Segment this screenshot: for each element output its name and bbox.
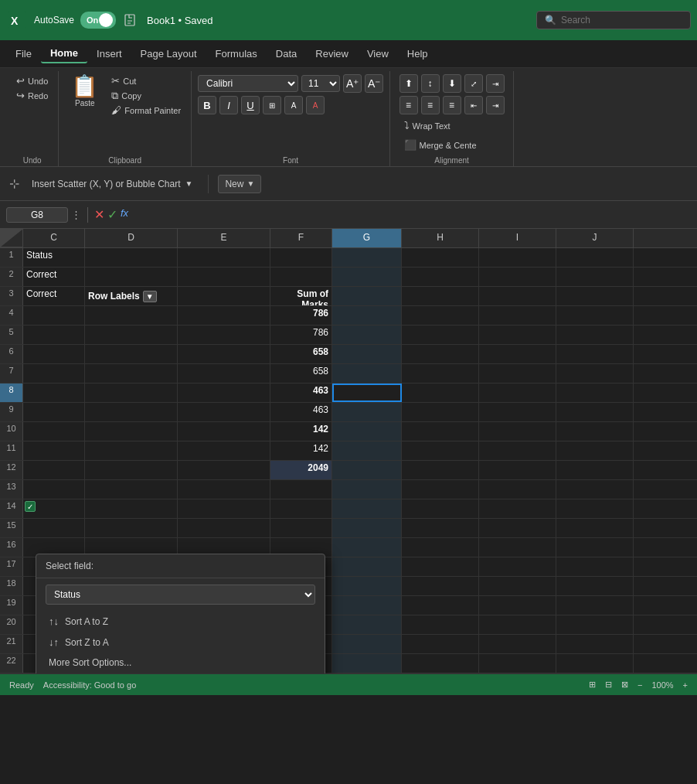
font-name-selector[interactable]: Calibri — [198, 75, 298, 92]
cell-G1[interactable] — [332, 248, 402, 267]
cell-I15[interactable] — [479, 519, 556, 537]
cell-H11[interactable] — [402, 441, 479, 460]
cell-E2[interactable] — [178, 268, 270, 286]
cell-I8[interactable] — [479, 383, 556, 402]
cell-J6[interactable] — [556, 345, 634, 363]
cell-D12[interactable] — [85, 461, 178, 479]
more-sort-options-item[interactable]: More Sort Options... — [36, 653, 325, 673]
wrap-text-button[interactable]: ⤵ Wrap Text — [400, 118, 455, 134]
cell-H4[interactable] — [402, 306, 479, 325]
row-number-6[interactable]: 6 — [0, 345, 23, 363]
cell-G12[interactable] — [332, 461, 402, 479]
sort-z-to-a-item[interactable]: ↓↑ Sort Z to A — [36, 632, 325, 653]
cell-J12[interactable] — [556, 461, 634, 479]
italic-button[interactable]: I — [219, 96, 238, 114]
row-number-18[interactable]: 18 — [0, 577, 23, 595]
cell-I5[interactable] — [479, 326, 556, 344]
cell-G11[interactable] — [332, 441, 402, 460]
cell-F14[interactable] — [270, 499, 332, 518]
align-bottom-button[interactable]: ⬇ — [443, 74, 461, 93]
cell-D13[interactable] — [85, 480, 178, 499]
cell-G4[interactable] — [332, 306, 402, 325]
cell-J1[interactable] — [556, 248, 634, 267]
cell-G7[interactable] — [332, 364, 402, 383]
col-header-H[interactable]: H — [402, 229, 479, 247]
filter-dropdown-icon[interactable]: ▼ — [143, 291, 157, 302]
col-header-F[interactable]: F — [270, 229, 332, 247]
cell-J11[interactable] — [556, 441, 634, 460]
cell-E4[interactable] — [178, 306, 270, 325]
row-number-1[interactable]: 1 — [0, 248, 23, 267]
underline-button[interactable]: U — [241, 96, 260, 114]
cell-F6[interactable]: 658 — [270, 345, 332, 363]
cell-D4[interactable] — [85, 306, 178, 325]
row-number-7[interactable]: 7 — [0, 364, 23, 383]
cell-D5[interactable] — [85, 326, 178, 344]
cell-D6[interactable] — [85, 345, 178, 363]
search-input[interactable] — [561, 15, 669, 26]
sort-a-to-z-item[interactable]: ↑↓ Sort A to Z — [36, 611, 325, 632]
cell-I19[interactable] — [479, 596, 556, 615]
cell-I10[interactable] — [479, 422, 556, 441]
cell-H13[interactable] — [402, 480, 479, 499]
increase-font-button[interactable]: A⁺ — [343, 74, 362, 93]
text-angle-button[interactable]: ⤢ — [464, 74, 483, 93]
cell-C8[interactable] — [23, 383, 85, 402]
cell-D10[interactable] — [85, 422, 178, 441]
cell-E12[interactable] — [178, 461, 270, 479]
cell-G16[interactable] — [332, 538, 402, 557]
cell-I13[interactable] — [479, 480, 556, 499]
cell-G22[interactable] — [332, 654, 402, 673]
cell-I16[interactable] — [479, 538, 556, 557]
cell-G14[interactable] — [332, 499, 402, 518]
col-header-G[interactable]: G — [332, 229, 402, 247]
cell-reference[interactable]: G8 — [6, 207, 68, 223]
row-number-11[interactable]: 11 — [0, 441, 23, 460]
formula-input[interactable] — [131, 207, 691, 222]
menu-item-home[interactable]: Home — [41, 44, 87, 63]
cell-G21[interactable] — [332, 635, 402, 653]
align-right-button[interactable]: ≡ — [443, 96, 461, 114]
cell-H9[interactable] — [402, 403, 479, 421]
cell-C15[interactable] — [23, 519, 85, 537]
cell-C10[interactable] — [23, 422, 85, 441]
row-number-22[interactable]: 22 — [0, 654, 23, 673]
cell-J3[interactable] — [556, 287, 634, 305]
formula-context-menu-icon[interactable]: ⋮ — [71, 209, 81, 220]
cell-I18[interactable] — [479, 577, 556, 595]
cell-I11[interactable] — [479, 441, 556, 460]
copy-button[interactable]: ⧉ Copy — [107, 89, 185, 102]
cell-H15[interactable] — [402, 519, 479, 537]
cell-G10[interactable] — [332, 422, 402, 441]
autosave-toggle[interactable]: On — [80, 12, 116, 29]
cell-E6[interactable] — [178, 345, 270, 363]
menu-item-page-layout[interactable]: Page Layout — [131, 45, 206, 63]
cell-C13[interactable] — [23, 480, 85, 499]
row-number-9[interactable]: 9 — [0, 403, 23, 421]
cell-H18[interactable] — [402, 577, 479, 595]
cell-E11[interactable] — [178, 441, 270, 460]
cell-J9[interactable] — [556, 403, 634, 421]
cell-J16[interactable] — [556, 538, 634, 557]
cell-I21[interactable] — [479, 635, 556, 653]
cell-J13[interactable] — [556, 480, 634, 499]
insert-function-icon[interactable]: fx — [121, 207, 128, 222]
cell-J22[interactable] — [556, 654, 634, 673]
cell-J7[interactable] — [556, 364, 634, 383]
align-left-button[interactable]: ≡ — [400, 96, 418, 114]
menu-item-formulas[interactable]: Formulas — [206, 45, 267, 63]
cell-I9[interactable] — [479, 403, 556, 421]
cell-D2[interactable] — [85, 268, 178, 286]
cell-J8[interactable] — [556, 383, 634, 402]
cell-I7[interactable] — [479, 364, 556, 383]
cell-J17[interactable] — [556, 557, 634, 576]
cell-H8[interactable] — [402, 383, 479, 402]
cell-H16[interactable] — [402, 538, 479, 557]
col-header-C[interactable]: C — [23, 229, 85, 247]
cell-C2[interactable]: Correct — [23, 268, 85, 286]
cell-J2[interactable] — [556, 268, 634, 286]
indent-button[interactable]: ⇥ — [486, 74, 505, 93]
cell-C7[interactable] — [23, 364, 85, 383]
cell-C3[interactable]: Correct — [23, 287, 85, 305]
cell-F3[interactable]: Sum of Marks — [270, 287, 332, 305]
